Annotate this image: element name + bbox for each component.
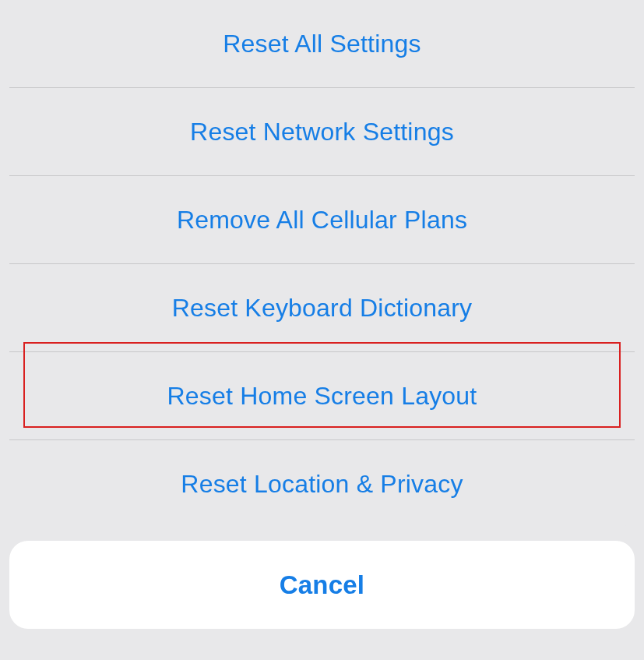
reset-home-screen-layout-button[interactable]: Reset Home Screen Layout	[9, 352, 635, 440]
reset-location-privacy-button[interactable]: Reset Location & Privacy	[9, 440, 635, 528]
remove-all-cellular-plans-button[interactable]: Remove All Cellular Plans	[9, 176, 635, 264]
action-label: Reset Network Settings	[190, 118, 454, 146]
cancel-button[interactable]: Cancel	[9, 541, 635, 629]
action-label: Remove All Cellular Plans	[177, 206, 467, 235]
action-label: Reset All Settings	[223, 30, 421, 58]
reset-keyboard-dictionary-button[interactable]: Reset Keyboard Dictionary	[9, 264, 635, 352]
cancel-label: Cancel	[280, 570, 364, 600]
reset-network-settings-button[interactable]: Reset Network Settings	[9, 88, 635, 176]
reset-all-settings-button[interactable]: Reset All Settings	[9, 0, 635, 88]
action-label: Reset Location & Privacy	[181, 470, 463, 499]
action-sheet: Reset All Settings Reset Network Setting…	[9, 0, 635, 528]
action-label: Reset Keyboard Dictionary	[172, 294, 473, 323]
action-label: Reset Home Screen Layout	[167, 382, 477, 411]
